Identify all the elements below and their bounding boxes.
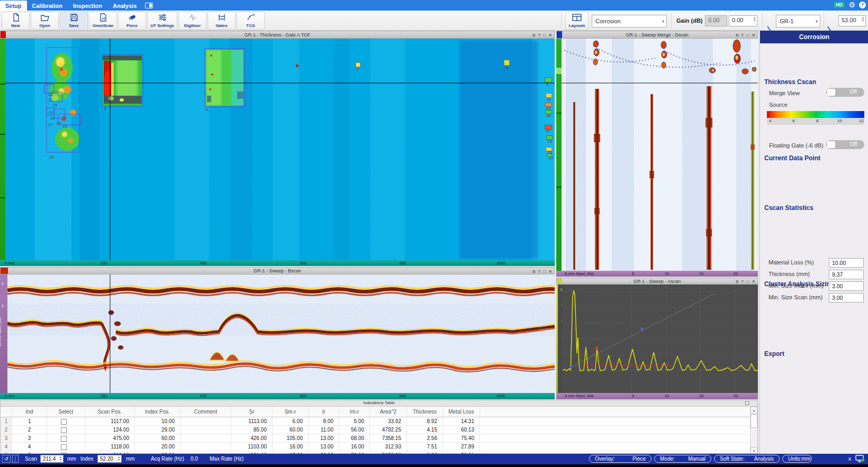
- cscan-title-bar[interactable]: GR-1 - Thickness - Gate A TOF BT□✕: [0, 31, 555, 39]
- cluster-field-label: Material Loss (%): [768, 259, 814, 265]
- column-header[interactable]: Thickness: [407, 407, 443, 417]
- refresh-icon[interactable]: ↺: [2, 455, 11, 463]
- index-position-input[interactable]: 52.20 ▲▼: [97, 455, 122, 463]
- table-cell: 13.00: [309, 434, 339, 442]
- status-pill-softstate[interactable]: Soft State:Analysis: [714, 455, 780, 463]
- scroll-up-button[interactable]: ▲: [751, 407, 757, 414]
- indication-id: 4: [12, 443, 47, 451]
- cluster-field-input[interactable]: 10.00: [829, 258, 864, 268]
- view-maximize-button[interactable]: □: [746, 32, 749, 39]
- ut-settings-button[interactable]: UT Settings: [147, 12, 177, 30]
- status-pill-overlay[interactable]: Overlay:Piece: [589, 455, 652, 463]
- status-pill-mode[interactable]: Mode:Manual: [654, 455, 711, 463]
- ascan-title-bar[interactable]: GR-1 - Sweep - Ascan BT□✕: [556, 278, 758, 285]
- column-header[interactable]: Select: [47, 407, 85, 417]
- save-button[interactable]: Save: [60, 12, 88, 30]
- view-b-button[interactable]: B: [736, 32, 738, 39]
- column-header[interactable]: Ir: [309, 407, 339, 417]
- select-cell: [47, 443, 85, 451]
- row-number: 3: [1, 434, 12, 442]
- menu-bar: Setup Calibration Inspection Analysis HD…: [0, 0, 868, 11]
- pill-label: Soft State:: [720, 456, 745, 462]
- table-row[interactable]: 33475.0060.00426.00105.0013.0068.007358.…: [1, 434, 751, 443]
- menu-setup[interactable]: Setup: [0, 1, 27, 11]
- view-t-button[interactable]: T: [742, 32, 744, 39]
- group-select[interactable]: GR-1▾: [776, 15, 820, 28]
- layouts-button[interactable]: Layouts: [565, 12, 589, 30]
- select-checkbox[interactable]: [61, 427, 67, 433]
- cscan-view[interactable]: 122101719222015235378411131821242527: [5, 39, 555, 260]
- tcg-button[interactable]: TCG: [237, 12, 265, 30]
- column-header[interactable]: Im-r: [339, 407, 370, 417]
- ruler-tick: 10: [665, 271, 669, 276]
- menu-analysis[interactable]: Analysis: [107, 2, 142, 10]
- column-header[interactable]: Ind: [12, 407, 47, 417]
- dscan-view[interactable]: [562, 39, 758, 271]
- status-pill-units[interactable]: Units:mm: [782, 455, 812, 463]
- scan-position-input[interactable]: 211.4 ▲▼: [40, 455, 64, 463]
- table-row[interactable]: 22124.0029.0085.0060.0011.0056.004792.25…: [1, 426, 751, 434]
- gain-input[interactable]: 0.00 ▲▼: [729, 15, 757, 26]
- beam-angle-input[interactable]: 53.00 ▲▼: [838, 15, 866, 26]
- menu-inspection[interactable]: Inspection: [68, 2, 107, 10]
- scroll-down-button[interactable]: ▼: [751, 447, 757, 454]
- scale-tick: 8: [816, 118, 818, 123]
- view-maximize-button[interactable]: □: [543, 32, 546, 39]
- ruler-tick: 5: [632, 393, 634, 398]
- beam-angle-spinner[interactable]: ▲▼: [862, 16, 864, 22]
- bscan-title-bar[interactable]: GR-1 - Sweep - Bscan BT□✕: [0, 267, 555, 274]
- layout-preset-select[interactable]: Corrosion▾: [592, 15, 667, 28]
- bscan-view[interactable]: [7, 274, 555, 393]
- view-b-button[interactable]: B: [532, 32, 535, 39]
- acq-rate-value: 0.0: [191, 456, 198, 462]
- indication-patch: [296, 65, 299, 67]
- digitizer-button[interactable]: Digitizer: [178, 12, 206, 30]
- column-header[interactable]: Sm-r: [273, 407, 309, 417]
- select-checkbox[interactable]: [61, 444, 67, 450]
- settings-gear-icon[interactable]: ⚙: [848, 1, 855, 9]
- cluster-field-input[interactable]: 9.37: [829, 270, 864, 279]
- column-header[interactable]: Metal Loss: [443, 407, 480, 417]
- side-panel-toggle-icon[interactable]: [145, 3, 153, 8]
- omniscan-button[interactable]: x3 OmniScan: [89, 12, 117, 30]
- dscan-title-bar[interactable]: GR-1 - Sweep Merge - Dscan BT□✕: [556, 31, 758, 39]
- table-scrollbar[interactable]: ▲ ▼: [750, 407, 757, 454]
- help-icon[interactable]: ?: [859, 2, 866, 8]
- gates-button[interactable]: Gates: [207, 12, 236, 30]
- table-cell: 8.00: [309, 417, 339, 425]
- new-button[interactable]: New: [2, 12, 30, 30]
- view-close-button[interactable]: ✕: [752, 32, 755, 39]
- ascan-view[interactable]: [563, 285, 758, 393]
- ascan-amplitude-ruler: 100806040200%: [556, 285, 563, 393]
- cluster-field-input[interactable]: 3.00: [829, 281, 864, 291]
- ruler-tick: 20: [734, 393, 738, 398]
- select-checkbox[interactable]: [61, 419, 67, 425]
- table-float-button[interactable]: [745, 401, 749, 405]
- piece-button[interactable]: Piece: [118, 12, 146, 30]
- cluster-field-input[interactable]: 3.00: [829, 293, 864, 303]
- column-header[interactable]: Scan Pos.: [85, 407, 135, 417]
- merge-view-toggle[interactable]: Off: [826, 88, 864, 97]
- column-header[interactable]: Comment: [180, 407, 231, 417]
- table-row[interactable]: 441118.0020.001103.0016.0013.0016.00312.…: [1, 443, 751, 451]
- cursor-link-icon[interactable]: ⋮: [12, 455, 19, 463]
- close-status[interactable]: x: [848, 456, 851, 462]
- column-header[interactable]: [1, 407, 12, 417]
- select-checkbox[interactable]: [61, 436, 67, 442]
- column-header[interactable]: Index Pos.: [135, 407, 180, 417]
- table-cell: 60.13: [443, 426, 480, 434]
- scroll-thumb[interactable]: [751, 414, 757, 428]
- menu-calibration[interactable]: Calibration: [27, 2, 68, 10]
- view-t-button[interactable]: T: [538, 32, 541, 39]
- ruler-tick: 15: [699, 271, 703, 276]
- table-cell: 68.00: [339, 434, 370, 442]
- indication-patch: [504, 60, 510, 66]
- table-row[interactable]: 111117.0010.001113.006.008.005.0033.928.…: [1, 417, 751, 426]
- view-close-button[interactable]: ✕: [548, 32, 552, 39]
- gain-spinner[interactable]: ▲▼: [753, 16, 756, 22]
- table-cell: 5.00: [339, 417, 370, 425]
- floating-gate-toggle[interactable]: Off: [826, 140, 864, 149]
- open-button[interactable]: Open: [31, 12, 59, 30]
- column-header[interactable]: Sr: [231, 407, 273, 417]
- column-header[interactable]: Area^2: [370, 407, 407, 417]
